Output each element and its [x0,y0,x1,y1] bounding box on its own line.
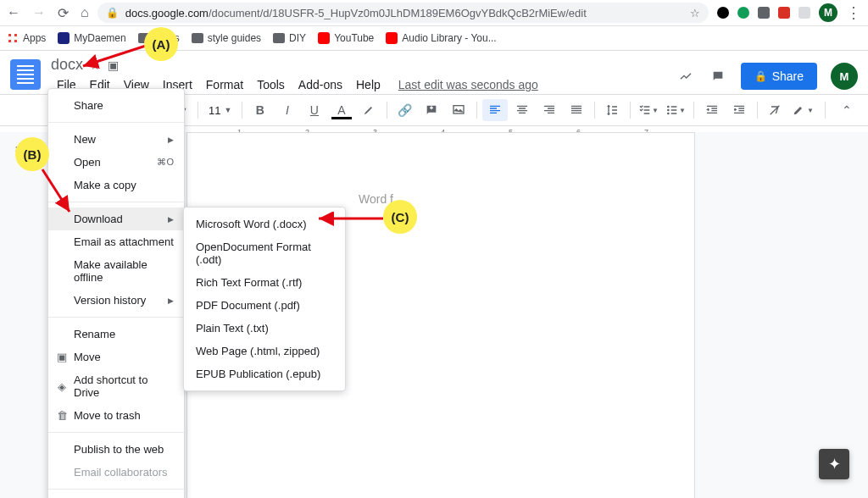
menu-item-offline[interactable]: Make available offline [48,253,184,289]
menu-item-new[interactable]: New▶ [48,128,184,151]
download-epub[interactable]: EPUB Publication (.epub) [184,362,345,385]
youtube-icon [318,32,330,44]
download-rtf[interactable]: Rich Text Format (.rtf) [184,271,345,294]
download-html[interactable]: Web Page (.html, zipped) [184,340,345,362]
move-icon: ▣ [55,351,69,363]
star-icon[interactable]: ☆ [90,58,101,72]
download-pdf[interactable]: PDF Document (.pdf) [184,294,345,317]
youtube-icon [386,32,398,44]
ext-icon[interactable] [717,7,729,19]
apps-shortcut[interactable]: Apps [7,32,46,44]
menu-addons[interactable]: Add-ons [292,75,348,94]
bookmarks-bar: Apps MyDaemen News style guides DIY YouT… [0,26,868,51]
document-text: Word f [359,192,393,206]
svg-point-2 [667,109,670,112]
share-button[interactable]: 🔒Share [741,63,817,90]
collapse-toolbar-icon[interactable]: ⌃ [834,99,860,121]
menu-item-trash[interactable]: 🗑Move to trash [48,404,184,427]
bookmark-item[interactable]: Audio Library - You... [386,32,496,44]
menu-item-rename[interactable]: Rename [48,323,184,346]
align-justify-button[interactable] [564,99,589,121]
download-odt[interactable]: OpenDocument Format (.odt) [184,235,345,271]
comments-icon[interactable] [709,67,727,86]
lock-icon: 🔒 [754,70,767,82]
star-icon[interactable]: ☆ [690,7,700,19]
explore-button[interactable]: ✦ [819,449,849,479]
bold-button[interactable]: B [248,99,273,121]
menu-item-shortcut[interactable]: ◈Add shortcut to Drive [48,368,184,404]
text-color-button[interactable]: A [329,99,354,121]
bookmark-folder[interactable]: style guides [192,32,261,44]
url-text: docs.google.com/document/d/18USFR-5_HupV… [125,7,587,19]
move-folder-icon[interactable]: ▣ [108,58,119,72]
highlight-button[interactable] [356,99,381,121]
checklist-button[interactable]: ▼ [636,99,661,121]
insert-image-button[interactable] [446,99,471,121]
align-left-button[interactable] [482,99,508,121]
menu-item-make-copy[interactable]: Make a copy [48,174,184,196]
menu-item-share[interactable]: Share [48,94,184,117]
line-spacing-button[interactable] [599,99,625,121]
submenu-arrow-icon: ▶ [168,136,174,144]
bullet-list-button[interactable]: ▼ [663,99,688,121]
menu-item-download[interactable]: Download▶ [48,208,184,230]
docs-logo-icon[interactable] [10,59,41,90]
svg-rect-0 [453,106,464,113]
menu-item-details[interactable]: Document details [48,495,184,498]
user-avatar[interactable]: M [831,63,858,90]
site-icon [58,32,70,44]
extensions: M ⋮ [717,3,861,22]
activity-icon[interactable] [676,67,695,86]
address-bar[interactable]: 🔒 docs.google.com/document/d/18USFR-5_Hu… [97,3,709,23]
bookmark-item[interactable]: MyDaemen [58,32,125,44]
profile-avatar[interactable]: M [819,3,837,22]
document-title[interactable]: docx [51,56,83,74]
menu-format[interactable]: Format [200,75,249,94]
ext-icon[interactable] [758,7,770,19]
indent-button[interactable] [726,99,752,121]
bookmark-item[interactable]: YouTube [318,32,374,44]
clear-formatting-button[interactable] [762,99,787,121]
chrome-menu-icon[interactable]: ⋮ [846,3,861,22]
ext-icon[interactable] [737,7,749,19]
back-icon[interactable]: ← [7,5,20,20]
forward-icon[interactable]: → [32,5,46,20]
menu-item-move[interactable]: ▣Move [48,346,184,368]
bookmark-folder[interactable]: DIY [273,32,306,44]
menu-item-open[interactable]: Open⌘O [48,151,184,174]
menu-item-email-collab: Email collaborators [48,461,184,484]
insert-comment-button[interactable] [419,99,444,121]
menu-tools[interactable]: Tools [251,75,291,94]
outdent-button[interactable] [699,99,725,121]
bookmark-folder[interactable]: News [138,32,180,44]
download-submenu: Microsoft Word (.docx) OpenDocument Form… [183,207,346,391]
apps-icon [7,32,19,44]
file-menu: Share New▶ Open⌘O Make a copy Download▶ … [47,88,185,498]
ext-icon[interactable] [778,7,790,19]
menu-item-publish[interactable]: Publish to the web [48,438,184,461]
align-right-button[interactable] [537,99,562,121]
font-size-select[interactable]: 11▼ [203,99,236,121]
menu-item-email-attachment[interactable]: Email as attachment [48,230,184,253]
svg-point-3 [667,113,670,115]
last-edit-link[interactable]: Last edit was seconds ago [398,78,538,91]
download-docx[interactable]: Microsoft Word (.docx) [184,213,345,235]
submenu-arrow-icon: ▶ [168,215,174,224]
download-txt[interactable]: Plain Text (.txt) [184,317,345,340]
editing-mode-button[interactable]: ▼ [789,99,816,121]
shortcut-icon: ◈ [55,380,69,393]
insert-link-button[interactable]: 🔗 [392,99,417,121]
browser-chrome: ← → ⟳ ⌂ 🔒 docs.google.com/document/d/18U… [0,0,868,26]
menu-item-version-history[interactable]: Version history▶ [48,289,184,312]
home-icon[interactable]: ⌂ [81,5,89,20]
outline-toggle-icon[interactable] [10,141,31,161]
menu-help[interactable]: Help [350,75,387,94]
reload-icon[interactable]: ⟳ [58,5,69,21]
lock-icon: 🔒 [106,7,119,19]
italic-button[interactable]: I [275,99,300,121]
align-center-button[interactable] [509,99,535,121]
svg-point-1 [667,106,670,108]
folder-icon [138,33,150,43]
underline-button[interactable]: U [302,99,327,121]
ext-icon[interactable] [798,7,810,19]
